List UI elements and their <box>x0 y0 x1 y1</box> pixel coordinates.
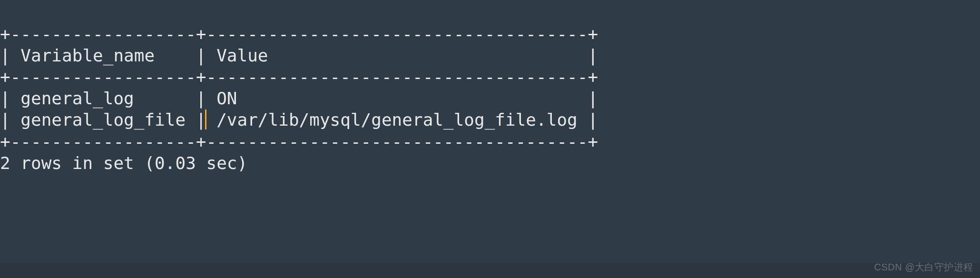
mysql-output: +------------------+--------------------… <box>0 0 980 174</box>
result-summary: 2 rows in set (0.03 sec) <box>0 153 247 173</box>
table-row: | general_log | ON | <box>0 89 598 108</box>
table-header-row: | Variable_name | Value | <box>0 46 598 65</box>
table-border-top: +------------------+--------------------… <box>0 24 598 44</box>
bottom-bar <box>0 263 980 278</box>
table-row: | general_log_file | /var/lib/mysql/gene… <box>0 110 598 129</box>
row-cell-left: | general_log_file | <box>0 110 206 129</box>
watermark: CSDN @大白守护进程 <box>874 261 973 273</box>
table-border-mid: +------------------+--------------------… <box>0 67 598 87</box>
terminal-cursor <box>205 109 206 129</box>
row-cell-right: /var/lib/mysql/general_log_file.log | <box>206 110 598 129</box>
table-border-bot: +------------------+--------------------… <box>0 132 598 151</box>
